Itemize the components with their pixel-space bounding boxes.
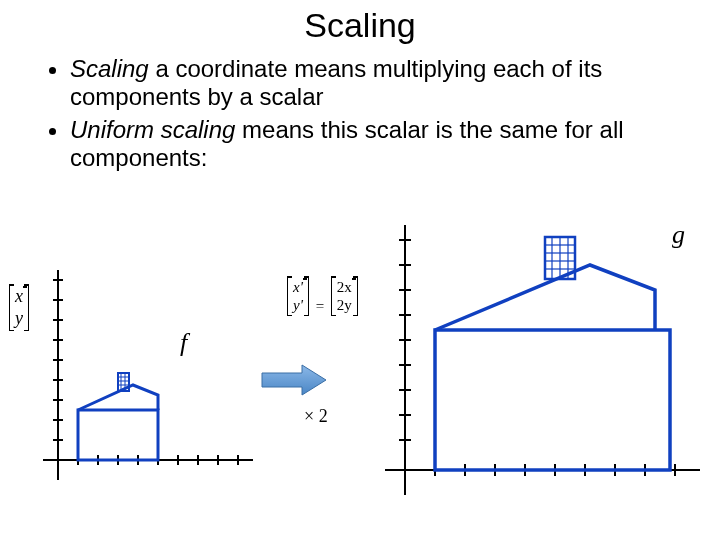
eq-sign: =	[316, 298, 324, 314]
bullet-1: Scaling a coordinate means multiplying e…	[70, 55, 680, 110]
left-grid	[38, 260, 258, 490]
right-grid	[380, 215, 710, 505]
svg-marker-0	[262, 365, 326, 395]
eq-right-r1: 2x	[337, 278, 352, 296]
svg-rect-21	[78, 410, 158, 460]
house-large	[435, 237, 670, 470]
bullet-list: Scaling a coordinate means multiplying e…	[40, 55, 680, 171]
bullet-1-italic: Scaling	[70, 55, 149, 82]
figure-area: g f × 2 x y x' y' = 2x 2y	[0, 220, 720, 540]
vector-xy: x y	[8, 284, 30, 331]
svg-rect-48	[435, 330, 670, 470]
eq-right-r2: 2y	[337, 296, 352, 314]
vec-xy-r2: y	[15, 308, 23, 330]
vec-xy-r1: x	[15, 286, 23, 308]
house-small	[78, 373, 158, 460]
scaling-equation: x' y' = 2x 2y	[286, 276, 359, 316]
bullet-1-rest: a coordinate means multiplying each of i…	[70, 55, 602, 110]
arrow-right-icon	[260, 362, 330, 402]
bullet-2: Uniform scaling means this scalar is the…	[70, 116, 680, 171]
scale-factor-label: × 2	[304, 406, 328, 427]
bullet-2-italic: Uniform scaling	[70, 116, 235, 143]
slide-title: Scaling	[0, 6, 720, 45]
eq-left-r2: y'	[293, 296, 303, 314]
eq-left-r1: x'	[293, 278, 303, 296]
